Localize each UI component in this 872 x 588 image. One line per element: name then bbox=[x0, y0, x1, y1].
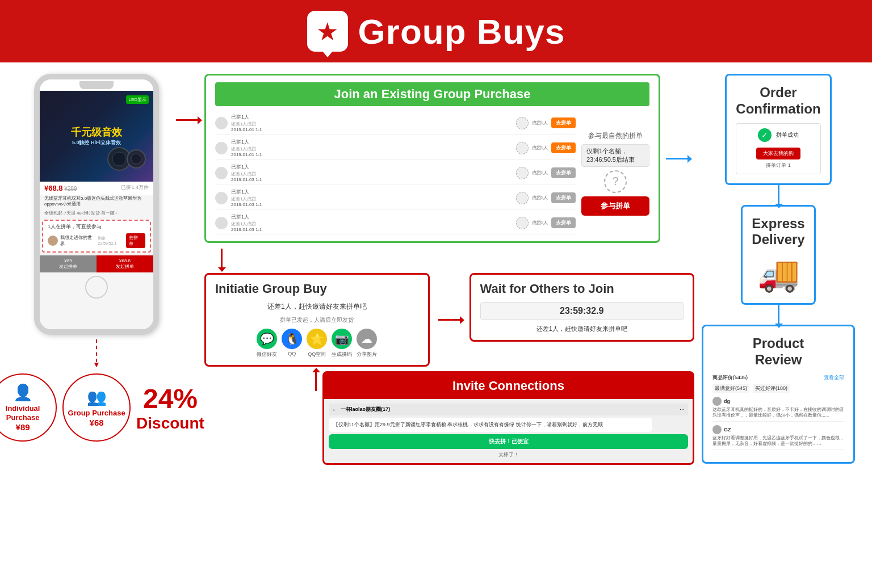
discount-section: 24% Discount bbox=[136, 383, 204, 432]
h-arrow-red-1 bbox=[438, 319, 461, 321]
order-number: 拼单订单 1 bbox=[741, 162, 815, 169]
reviewer-name-0: dg bbox=[724, 398, 730, 404]
timer-badge: 仅剩1个名额，23:46:50.5后结束 bbox=[581, 144, 649, 167]
checkmark-icon: ✓ bbox=[758, 128, 772, 142]
group-avatar-slot-4 bbox=[516, 192, 529, 204]
right-section: OrderConfirmation ✓ 拼单成功 大家去我的购 拼单订单 1 E… bbox=[702, 74, 855, 464]
product-svg bbox=[102, 142, 148, 176]
group-countdown: 剩余23:58:52.1 bbox=[98, 236, 124, 245]
app-title: Group Buys bbox=[358, 11, 565, 52]
group-info-4: 已拼1人还差1人成团2019-01-03 1:1 bbox=[231, 188, 513, 207]
individual-buy-btn[interactable]: ¥89 发起拼单 bbox=[40, 255, 97, 272]
down-arrow-head: ▼ bbox=[93, 360, 100, 369]
group-label: Group Purchase bbox=[68, 409, 125, 418]
wait-msg: 还差1人，赶快邀请好友来拼单吧 bbox=[480, 325, 684, 333]
product-review-box: ProductReview 商品评价(5435) 查看全部 最满意好(545) … bbox=[702, 325, 855, 464]
review-header-row: 商品评价(5435) 查看全部 bbox=[712, 374, 844, 381]
qq-icon: 🐧 bbox=[282, 329, 302, 349]
star-icon: ★ bbox=[316, 17, 338, 46]
order-confirm-wrapper: OrderConfirmation ✓ 拼单成功 大家去我的购 拼单订单 1 bbox=[702, 74, 855, 205]
share-icons: 💬 微信好友 🐧 QQ ⭐ QQ空间 📷 bbox=[215, 329, 419, 358]
share-wechat[interactable]: 💬 微信好友 bbox=[257, 329, 277, 358]
group-avatar-1 bbox=[215, 117, 228, 129]
individual-price: ¥89 bbox=[16, 422, 30, 432]
share-photo[interactable]: ☁ 分享图片 bbox=[357, 329, 377, 358]
v-arrow-down-red-1 bbox=[221, 249, 223, 268]
reviewer-avatar-1 bbox=[712, 425, 722, 434]
header: ★ Group Buys bbox=[0, 0, 872, 62]
review-item-1: GZ 蓝牙好好看调整挺好用，先温乙连蓝牙手机试了一下，颜色也很，量量拥厚，无杂音… bbox=[712, 425, 844, 450]
join-btn-2[interactable]: 去拼单 bbox=[551, 142, 576, 153]
group-avatar-slot-2 bbox=[516, 142, 529, 154]
group-join-label-2: 成团1人 bbox=[532, 145, 548, 151]
invite-row: Invite Connections ← 一杯laolao朋友圈(17) ⋯ 【… bbox=[204, 371, 694, 465]
order-confirm-box: OrderConfirmation ✓ 拼单成功 大家去我的购 拼单订单 1 bbox=[725, 74, 831, 185]
join-btn-5[interactable]: 去拼单 bbox=[551, 217, 576, 228]
wait-box: Wait for Others to Join 23:59:32.9 还差1人，… bbox=[469, 273, 695, 342]
center-section: Join an Existing Group Purchase 已拼1人还差1人… bbox=[199, 74, 700, 465]
review-item-0: dg 这款蓝牙耳机真的挺好的，音质好，不卡好，在接收的调调时的音乐没有报价声，，… bbox=[712, 397, 844, 422]
group-join-label-5: 成团1人 bbox=[532, 220, 548, 226]
group-buy-btn[interactable]: ¥68.8 发起拼单 bbox=[97, 255, 153, 272]
group-info-5: 已拼1人还差1人成团2019-01-03 1:1 bbox=[231, 213, 513, 232]
h-arrow-blue-1 bbox=[666, 158, 689, 159]
group-purchase-circle: 👥 Group Purchase ¥68 bbox=[62, 373, 131, 442]
order-confirm-title: OrderConfirmation bbox=[736, 85, 820, 117]
phone-home-button[interactable] bbox=[85, 276, 108, 299]
review-all-btn[interactable]: 查看全部 bbox=[824, 374, 844, 381]
review-title: ProductReview bbox=[712, 335, 844, 368]
group-avatar-slot-1 bbox=[516, 117, 529, 129]
invite-connector bbox=[315, 371, 317, 391]
join-btn-4[interactable]: 去拼单 bbox=[551, 192, 576, 203]
phone-group-bar: 1人在拼单，可直接参与 我想走进你的世界 剩余23:58:52.1 去拼单 bbox=[42, 220, 151, 253]
join-btn-1[interactable]: 去拼单 bbox=[551, 117, 576, 128]
group-avatar-slot-3 bbox=[516, 167, 529, 179]
spacer bbox=[238, 249, 694, 268]
mid-section-arrows bbox=[204, 249, 694, 268]
join-big-btn[interactable]: 参与拼单 bbox=[581, 196, 649, 216]
join-existing-box: Join an Existing Group Purchase 已拼1人还差1人… bbox=[204, 74, 660, 243]
share-moments[interactable]: 📷 生成拼码 bbox=[332, 329, 352, 358]
group-avatar-slot-5 bbox=[516, 217, 529, 229]
wechat-icon: 💬 bbox=[257, 329, 277, 349]
natural-text: 参与最自然的拼单 bbox=[588, 131, 643, 141]
review-tab-0[interactable]: 最满意好(545) bbox=[712, 384, 749, 393]
phone-top-bar bbox=[40, 79, 153, 91]
phone-shipping: 全场包邮·7天退·48小时发货·前一随+ bbox=[40, 209, 153, 217]
delivery-truck-icon: 🚚 bbox=[752, 254, 804, 294]
app-logo: ★ bbox=[307, 11, 348, 52]
review-text-0: 这款蓝牙耳机真的挺好的，音质好，不卡好，在接收的调调时的音乐没有报价声，，最量比… bbox=[712, 407, 844, 419]
review-user-row-0: dg bbox=[712, 397, 844, 406]
led-badge: LED显示 bbox=[126, 95, 149, 104]
group-join-label-3: 成团1人 bbox=[532, 170, 548, 176]
order-status-text: 拼单成功 bbox=[776, 131, 799, 139]
join-group-list: 已拼1人还差1人成团2019-01-01 1:1 成团1人 去拼单 已拼1人还差… bbox=[215, 112, 576, 234]
initiate-box: Initiatie Group Buy 还差1人，赶快邀请好友来拼单吧 拼单已发… bbox=[204, 273, 430, 367]
action-btn[interactable]: 快去拼！已便宜 bbox=[329, 434, 688, 449]
phone-mockup: 千元级音效 5.0触控 HiFi立体音效 LED显示 ¥68.8 ¥289 bbox=[34, 74, 159, 335]
group-info-1: 已拼1人还差1人成团2019-01-01 1:1 bbox=[231, 114, 513, 132]
join-group-inner: 已拼1人还差1人成团2019-01-01 1:1 成团1人 去拼单 已拼1人还差… bbox=[215, 112, 649, 234]
chat-header: ← 一杯laolao朋友圈(17) ⋯ bbox=[329, 404, 688, 415]
delivery-to-review-arrow bbox=[778, 305, 779, 325]
join-btn-3[interactable]: 去拼单 bbox=[551, 167, 576, 178]
initiate-to-wait-arrow bbox=[438, 319, 461, 321]
join-group-right: 参与最自然的拼单 仅剩1个名额，23:46:50.5后结束 ? 参与拼单 bbox=[581, 112, 649, 234]
review-tab-1[interactable]: 买过好评(180) bbox=[753, 384, 790, 393]
manage-order-btn[interactable]: 大家去我的购 bbox=[756, 148, 800, 159]
join-group-btn[interactable]: 去拼单 bbox=[126, 233, 145, 248]
delivery-title: ExpressDelivery bbox=[752, 216, 804, 249]
invite-title: Invite Connections bbox=[324, 373, 693, 399]
review-tabs: 最满意好(545) 买过好评(180) bbox=[712, 384, 844, 393]
share-qq[interactable]: 🐧 QQ bbox=[282, 329, 302, 358]
wait-title: Wait for Others to Join bbox=[480, 282, 684, 296]
share-qzone[interactable]: ⭐ QQ空间 bbox=[307, 329, 327, 358]
review-user-row-1: GZ bbox=[712, 425, 844, 434]
phone-price-bar: ¥68.8 ¥289 已拼1.4万件 bbox=[40, 182, 153, 195]
content-area: 千元级音效 5.0触控 HiFi立体音效 LED显示 ¥68.8 ¥289 bbox=[0, 62, 872, 476]
list-item: 已拼1人还差1人成团2019-01-01 1:1 成团1人 去拼单 bbox=[215, 137, 576, 159]
unknown-avatar: ? bbox=[604, 170, 627, 193]
price-current: ¥68.8 bbox=[44, 184, 63, 192]
group-price: ¥68 bbox=[90, 418, 104, 427]
invite-chat: ← 一杯laolao朋友圈(17) ⋯ 【仅剩11个名额】距29.9元拼了新疆红… bbox=[324, 399, 693, 463]
